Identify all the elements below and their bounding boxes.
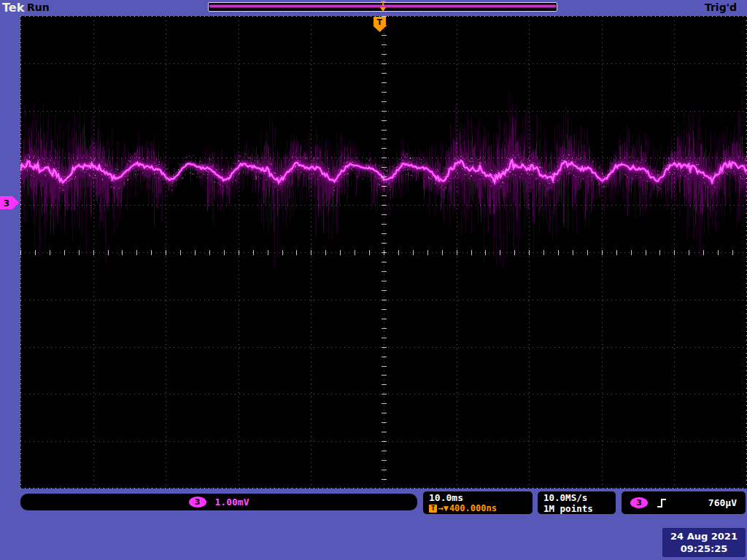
graticule-canvas bbox=[20, 16, 747, 489]
datetime-display: 24 Aug 2021 09:25:25 bbox=[662, 528, 746, 557]
record-length-value: 1M points bbox=[543, 503, 610, 514]
trigger-flag-label: T bbox=[377, 18, 383, 27]
channel-3-badge[interactable]: 3 bbox=[189, 497, 206, 508]
waveform-display: T 3 bbox=[20, 16, 747, 489]
channel-3-scale: 1.00mV bbox=[215, 497, 249, 508]
down-arrow-icon bbox=[380, 7, 386, 12]
trigger-delay-arrows: →▼ bbox=[438, 503, 448, 513]
record-view-trigger-icon[interactable]: T bbox=[379, 0, 387, 16]
acquisition-readout[interactable]: 10.0MS/s 1M points bbox=[538, 491, 616, 514]
acquisition-state: Run bbox=[27, 1, 50, 13]
trigger-level-value: 760µV bbox=[708, 497, 737, 508]
channel-3-readout[interactable]: 3 1.00mV bbox=[20, 494, 417, 510]
date-value: 24 Aug 2021 bbox=[670, 530, 738, 542]
record-view-trigger-label: T bbox=[380, 0, 385, 7]
sample-rate-value: 10.0MS/s bbox=[543, 492, 610, 503]
tek-logo: Tek bbox=[2, 1, 24, 15]
trigger-delay-readout: T→▼400.000ns bbox=[429, 503, 527, 513]
trigger-source-badge[interactable]: 3 bbox=[630, 497, 648, 508]
trigger-position-marker[interactable]: T bbox=[374, 17, 386, 33]
horizontal-readout[interactable]: 10.0ms T→▼400.000ns bbox=[423, 491, 533, 514]
record-view-bar[interactable]: T bbox=[208, 2, 557, 12]
channel-3-position-marker[interactable]: 3 bbox=[0, 196, 20, 209]
trigger-delay-flag-icon: T bbox=[429, 505, 437, 513]
rising-edge-icon bbox=[657, 497, 667, 509]
trigger-readout[interactable]: 3 760µV bbox=[622, 491, 746, 514]
channel-marker-label: 3 bbox=[4, 198, 9, 209]
trigger-status: Trig'd bbox=[705, 1, 737, 13]
trigger-delay-value: 400.000ns bbox=[449, 503, 497, 513]
time-value: 09:25:25 bbox=[681, 542, 728, 555]
timebase-value: 10.0ms bbox=[429, 492, 527, 503]
